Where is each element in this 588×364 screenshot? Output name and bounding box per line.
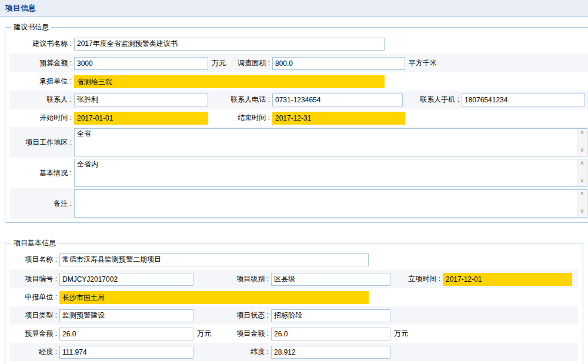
declare-unit-field[interactable]: 长沙市国土局 — [59, 291, 369, 304]
project-type-row: 项目类型 : 项目状态 : — [10, 306, 578, 325]
undertaker-label: 承担单位 : — [11, 76, 72, 86]
end-date-label: 结束时间 : — [208, 113, 270, 123]
project-budget-unit: 万元 — [197, 329, 211, 339]
scroll-up-icon[interactable]: ∧ — [580, 129, 584, 138]
work-area-row: 项目工作地区 : 全省 ∧ ∨ — [10, 127, 588, 158]
project-amount-unit: 万元 — [394, 329, 408, 339]
proposal-budget-input[interactable] — [74, 57, 208, 70]
proposal-name-row: 建议书名称 : — [10, 34, 588, 54]
survey-area-input[interactable] — [272, 57, 405, 70]
project-name-row: 项目名称 : — [10, 249, 578, 270]
remarks-textarea[interactable]: ∧ ∨ — [74, 189, 587, 218]
project-name-label: 项目名称 : — [11, 255, 57, 265]
project-type-input[interactable] — [59, 309, 193, 322]
project-status-input[interactable] — [271, 309, 390, 322]
remarks-scrollbar[interactable]: ∧ ∨ — [577, 190, 587, 217]
basic-info-scrollbar[interactable]: ∧ ∨ — [577, 159, 587, 186]
project-code-row: 项目编号 : 项目级别 : 立项时间 : 2017-12-01 — [10, 270, 578, 288]
contact-mobile-label: 联系人手机 : — [403, 95, 459, 105]
project-level-label: 项目级别 : — [193, 274, 269, 284]
remarks-text — [75, 190, 577, 217]
project-info-panel: 项目基本信息 项目名称 : 项目编号 : 项目级别 : 立项时间 : 2017-… — [5, 238, 583, 364]
approval-date-field[interactable]: 2017-12-01 — [443, 273, 572, 286]
approval-date-label: 立项时间 : — [390, 274, 440, 284]
remarks-row: 备注 : ∧ ∨ — [10, 188, 588, 219]
survey-area-unit: 平方千米 — [409, 58, 437, 68]
page-title: 项目信息 — [5, 3, 36, 14]
project-budget-label: 预算金额 : — [11, 329, 57, 339]
contact-mobile-input[interactable] — [462, 93, 585, 106]
proposal-budget-row: 预算金额 : 万元 调查面积 : 平方千米 — [10, 54, 588, 72]
project-budget-row: 预算金额 : 万元 项目金额 : 万元 — [10, 325, 578, 343]
scroll-up-icon[interactable]: ∧ — [580, 191, 584, 199]
basic-info-row: 基本情况 : 全省内 ∧ ∨ — [10, 158, 588, 188]
project-level-input[interactable] — [271, 273, 390, 286]
project-budget-input[interactable] — [59, 328, 193, 340]
contact-row: 联系人 : 联系人电话 : 联系人手机 : — [10, 91, 588, 109]
start-date-field[interactable]: 2017-01-01 — [74, 112, 208, 125]
latitude-input[interactable] — [271, 346, 390, 359]
scroll-down-icon[interactable]: ∨ — [580, 178, 584, 186]
project-type-label: 项目类型 : — [11, 310, 57, 320]
project-code-input[interactable] — [59, 273, 193, 286]
end-date-field[interactable]: 2017-12-31 — [272, 112, 405, 125]
work-area-label: 项目工作地区 : — [11, 138, 72, 148]
declare-unit-row: 申报单位 : 长沙市国土局 — [10, 288, 578, 306]
proposal-name-label: 建议书名称 : — [11, 39, 72, 49]
work-area-scrollbar[interactable]: ∧ ∨ — [577, 129, 587, 156]
undertaker-field[interactable]: 省测绘三院 — [74, 75, 385, 88]
proposal-budget-label: 预算金额 : — [11, 58, 72, 68]
contact-phone-label: 联系人电话 : — [208, 95, 270, 105]
project-name-input[interactable] — [59, 253, 369, 266]
contact-phone-input[interactable] — [272, 93, 403, 106]
undertaker-row: 承担单位 : 省测绘三院 — [10, 72, 588, 91]
project-amount-label: 项目金额 : — [211, 329, 269, 339]
dates-row: 开始时间 : 2017-01-01 结束时间 : 2017-12-31 — [10, 109, 588, 127]
work-area-text: 全省 — [75, 129, 577, 156]
contact-label: 联系人 : — [11, 95, 72, 105]
basic-info-label: 基本情况 : — [11, 168, 72, 178]
scroll-down-icon[interactable]: ∨ — [580, 208, 584, 216]
longitude-label: 经度 : — [11, 347, 57, 357]
latitude-label: 纬度 : — [193, 347, 269, 357]
work-area-textarea[interactable]: 全省 ∧ ∨ — [74, 128, 587, 156]
contact-input[interactable] — [74, 93, 208, 106]
project-status-label: 项目状态 : — [193, 310, 269, 320]
page-header: 项目信息 — [0, 0, 588, 16]
start-date-label: 开始时间 : — [11, 113, 72, 123]
remarks-label: 备注 : — [11, 199, 72, 209]
basic-info-text: 全省内 — [75, 159, 577, 186]
coordinates-row: 经度 : 纬度 : — [10, 343, 578, 361]
basic-info-textarea[interactable]: 全省内 ∧ ∨ — [74, 159, 587, 187]
scroll-down-icon[interactable]: ∨ — [580, 147, 584, 155]
declare-unit-label: 申报单位 : — [11, 292, 57, 302]
project-panel-legend: 项目基本信息 — [11, 238, 58, 248]
scroll-up-icon[interactable]: ∧ — [580, 160, 584, 168]
survey-area-label: 调查面积 : — [226, 58, 270, 68]
project-code-label: 项目编号 : — [11, 274, 57, 284]
proposal-info-panel: 建议书信息 建议书名称 : 预算金额 : 万元 调查面积 : 平方千米 承担单位… — [5, 22, 588, 223]
longitude-input[interactable] — [59, 346, 193, 359]
proposal-budget-unit: 万元 — [212, 58, 226, 68]
project-amount-input[interactable] — [271, 328, 390, 340]
proposal-name-input[interactable] — [74, 38, 385, 51]
proposal-panel-legend: 建议书信息 — [11, 22, 51, 32]
